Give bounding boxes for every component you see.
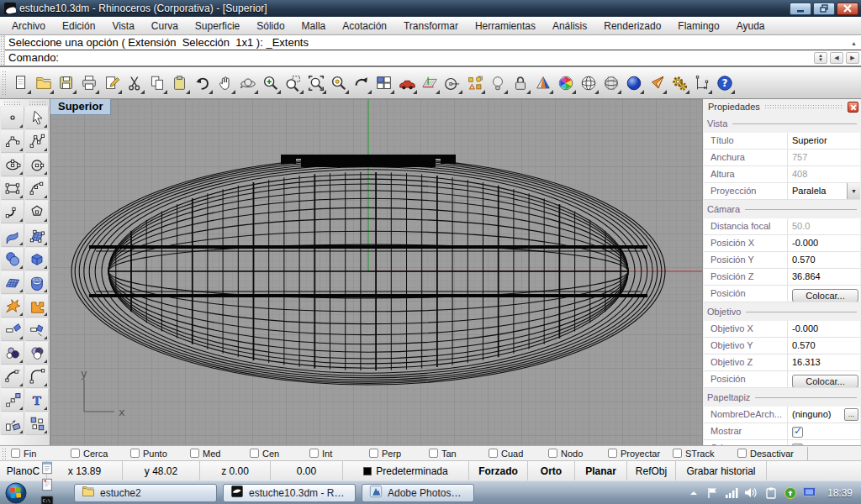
quicklaunch-notepad-icon[interactable] [39, 459, 55, 476]
colocar-button[interactable]: Colocar... [792, 375, 858, 387]
menu-an-lisis[interactable]: Análisis [544, 18, 595, 34]
options-button[interactable] [668, 71, 690, 95]
osnap-int[interactable]: Int [309, 449, 369, 459]
prop-value-t-tulo[interactable]: Superior [788, 133, 860, 149]
prop-value-posici-n-z[interactable]: 36.864 [788, 269, 860, 285]
menu-acotaci-n[interactable]: Acotación [334, 18, 395, 34]
lock-button[interactable] [509, 71, 531, 95]
osnap-desactivar-checkbox[interactable] [737, 449, 747, 458]
status-grabar-historial[interactable]: Grabar historial [676, 461, 767, 480]
osnap-grip[interactable] [2, 448, 8, 459]
dimension-button[interactable] [690, 71, 713, 95]
split-tool-button[interactable] [24, 318, 49, 341]
osnap-desactivar[interactable]: Desactivar [737, 449, 802, 459]
start-button[interactable] [5, 482, 27, 504]
text-tool-button[interactable]: T [24, 388, 49, 412]
tray-display-icon[interactable] [803, 486, 816, 500]
surface-grid-tool-button[interactable] [24, 223, 49, 247]
mostrar-checkbox[interactable] [792, 427, 803, 438]
boolean-tool-button[interactable] [24, 341, 49, 365]
command-prev-button[interactable]: ◀ [830, 52, 843, 64]
open-file-button[interactable] [32, 71, 55, 95]
taskbar-button-estuche10-3dm-rhi[interactable]: estuche10.3dm - Rhi... [223, 484, 356, 502]
save-file-button[interactable] [55, 71, 77, 95]
command-history[interactable]: Seleccione una opción ( Extensión Selecc… [5, 35, 861, 50]
sphere-tool-button[interactable] [0, 247, 24, 270]
circle-tool-button[interactable] [24, 153, 49, 176]
status-orto[interactable]: Orto [528, 461, 575, 480]
one-view-button[interactable] [645, 71, 668, 95]
tray-network-icon[interactable] [726, 486, 739, 500]
prop-value-objetivo-y[interactable]: 0.570 [788, 338, 860, 354]
copy-button[interactable] [145, 71, 168, 95]
osnap-perp[interactable]: Perp [369, 449, 429, 459]
wireframe-sphere-button[interactable] [577, 71, 600, 95]
menu-superficie[interactable]: Superficie [187, 18, 248, 34]
properties-drag-handle[interactable] [764, 104, 843, 110]
extend-tool-button[interactable] [0, 365, 24, 388]
surface-tool-button[interactable] [0, 223, 24, 247]
zoom-window-button[interactable] [282, 71, 304, 95]
viewport-title-tab[interactable]: Superior [50, 99, 111, 115]
handle-curve-tool-button[interactable] [0, 200, 24, 223]
taskbar-button-adobe-photoshop[interactable]: Adobe Photoshop [362, 484, 474, 502]
viewport-layout-button[interactable] [372, 71, 395, 95]
status-forzado[interactable]: Forzado [469, 461, 528, 480]
osnap-nodo-checkbox[interactable] [548, 449, 557, 458]
select-tool-button[interactable] [24, 106, 49, 129]
move-button[interactable] [395, 71, 418, 95]
tube-tool-button[interactable] [24, 270, 49, 294]
toolbox-grips[interactable] [0, 99, 50, 106]
print-button[interactable] [77, 71, 100, 95]
properties-close-icon[interactable] [848, 102, 858, 113]
osnap-tan[interactable]: Tan [429, 449, 489, 459]
osnap-tan-checkbox[interactable] [429, 449, 438, 458]
control-points-button[interactable] [463, 71, 486, 95]
command-next-button[interactable]: ▶ [846, 52, 859, 64]
quicklaunch-document-icon[interactable] [39, 476, 55, 493]
menu-curva[interactable]: Curva [143, 18, 187, 34]
lights-button[interactable] [486, 71, 509, 95]
osnap-cen-checkbox[interactable] [250, 449, 259, 458]
status-planar[interactable]: Planar [575, 461, 627, 480]
restore-button[interactable] [813, 3, 835, 15]
mesh-sphere-button[interactable] [600, 71, 622, 95]
zoom-in-button[interactable] [259, 71, 282, 95]
cplane-button[interactable] [418, 71, 441, 95]
array-tool-button[interactable] [24, 412, 49, 435]
explode-tool-button[interactable] [0, 294, 24, 318]
zoom-extents-button[interactable] [304, 71, 327, 95]
status-predeterminada[interactable]: Predeterminada [343, 461, 469, 480]
toolbar-grip[interactable] [2, 71, 8, 96]
mesh-plane-tool-button[interactable] [0, 270, 24, 294]
render-sphere-button[interactable] [622, 71, 645, 95]
tray-clipboard-icon[interactable] [764, 486, 778, 500]
menu-flamingo[interactable]: Flamingo [669, 18, 727, 34]
osnap-punto-checkbox[interactable] [130, 449, 140, 458]
prop-value-objetivo-z[interactable]: 16.313 [788, 354, 860, 370]
viewport-canvas[interactable]: yx [50, 99, 702, 445]
box-tool-button[interactable] [24, 247, 49, 270]
viewport[interactable]: yx Superior [50, 99, 702, 445]
browse-button[interactable]: ... [844, 408, 858, 421]
tray-flag-icon[interactable] [706, 486, 720, 500]
ellipse-tool-button[interactable] [0, 153, 24, 176]
colocar-button[interactable]: Colocar... [792, 289, 858, 302]
polygon-tool-button[interactable] [24, 200, 49, 223]
osnap-cerca[interactable]: Cerca [71, 449, 130, 459]
group-tool-button[interactable] [0, 341, 24, 365]
prop-value-proyecci-n[interactable]: Paralela▼ [788, 183, 860, 199]
osnap-med-checkbox[interactable] [190, 449, 199, 458]
osnap-fin[interactable]: Fin [11, 449, 71, 459]
trim-tool-button[interactable] [0, 318, 24, 341]
osnap-cuad[interactable]: Cuad [489, 449, 548, 459]
fillet-tool-button[interactable] [24, 365, 49, 388]
menu-edici-n[interactable]: Edición [54, 18, 103, 34]
osnap-med[interactable]: Med [190, 449, 250, 459]
tray-clock[interactable]: 18:39 [827, 487, 853, 499]
undo-view-button[interactable] [350, 71, 372, 95]
orient-tool-button[interactable] [0, 412, 24, 435]
new-file-button[interactable] [9, 71, 32, 95]
osnap-punto[interactable]: Punto [130, 449, 190, 459]
annotate-button[interactable] [100, 71, 123, 95]
